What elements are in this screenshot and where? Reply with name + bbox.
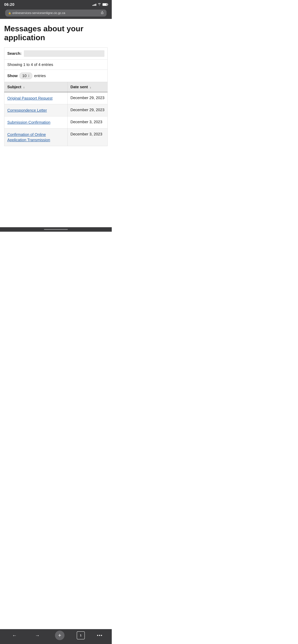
entries-label: entries [34, 74, 46, 78]
status-time: 06:20 [4, 2, 15, 7]
message-link[interactable]: Confirmation of Online Application Trans… [7, 132, 64, 143]
messages-table: Subject ↕ Date sent ↓ Original Passport … [4, 82, 108, 146]
home-indicator [0, 227, 112, 232]
table-header: Subject ↕ Date sent ↓ [4, 82, 108, 92]
table-row: Confirmation of Online Application Trans… [4, 128, 108, 146]
column-date-label: Date sent [70, 85, 88, 89]
entries-showing-text: Showing 1 to 4 of 4 entries [7, 62, 53, 67]
entries-stepper[interactable]: 10 ▲ ▼ [19, 72, 32, 79]
column-date-sent[interactable]: Date sent ↓ [67, 82, 107, 92]
status-bar: 06:20 [0, 0, 112, 8]
column-subject-label: Subject [7, 85, 21, 89]
date-cell: December 3, 2023 [67, 128, 107, 146]
show-entries-row: Show 10 ▲ ▼ entries [4, 70, 108, 82]
table-row: Correspondence LetterDecember 29, 2023 [4, 104, 108, 116]
status-icons [92, 3, 108, 6]
main-content: Messages about your application Search: … [0, 19, 112, 227]
url-text: onlineservices-servicesenligne.cic.gc.ca [12, 11, 100, 15]
column-subject[interactable]: Subject ↕ [4, 82, 68, 92]
stepper-arrows-icon: ▲ ▼ [28, 74, 30, 78]
date-cell: December 3, 2023 [67, 116, 107, 128]
date-cell: December 29, 2023 [67, 92, 107, 104]
table-body: Original Passport RequestDecember 29, 20… [4, 92, 108, 146]
search-container: Search: [4, 48, 108, 60]
subject-cell: Correspondence Letter [4, 104, 68, 116]
url-bar: 🔒 onlineservices-servicesenligne.cic.gc.… [0, 8, 112, 19]
sort-icon-subject: ↕ [23, 86, 25, 89]
table-row: Original Passport RequestDecember 29, 20… [4, 92, 108, 104]
show-label: Show [7, 74, 18, 78]
svg-point-0 [99, 5, 100, 5]
subject-cell: Submission Confirmation [4, 116, 68, 128]
sort-icon-date: ↓ [90, 86, 91, 89]
battery-icon [102, 3, 108, 6]
message-link[interactable]: Correspondence Letter [7, 108, 64, 113]
home-bar [44, 229, 68, 230]
entries-info: Showing 1 to 4 of 4 entries [4, 60, 108, 70]
message-link[interactable]: Submission Confirmation [7, 120, 64, 125]
search-input[interactable] [24, 50, 104, 57]
table-row: Submission ConfirmationDecember 3, 2023 [4, 116, 108, 128]
subject-cell: Original Passport Request [4, 92, 68, 104]
search-label: Search: [7, 51, 22, 56]
message-link[interactable]: Original Passport Request [7, 96, 64, 101]
share-icon [101, 11, 104, 15]
signal-bars-icon [92, 3, 96, 6]
url-container[interactable]: 🔒 onlineservices-servicesenligne.cic.gc.… [5, 10, 106, 16]
wifi-icon [98, 3, 101, 6]
page-title: Messages about your application [4, 24, 108, 42]
entries-count: 10 [22, 74, 27, 78]
date-cell: December 29, 2023 [67, 104, 107, 116]
lock-icon: 🔒 [8, 12, 11, 14]
subject-cell: Confirmation of Online Application Trans… [4, 128, 68, 146]
